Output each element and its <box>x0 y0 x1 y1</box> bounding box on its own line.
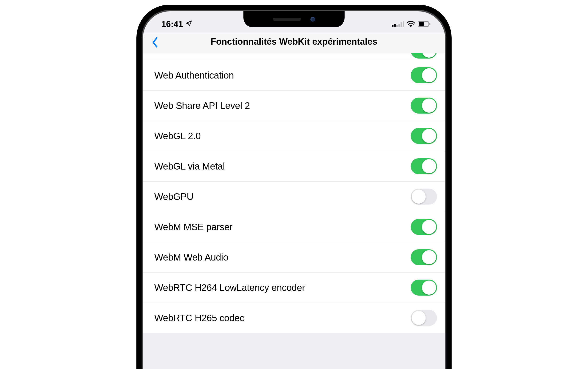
setting-row: WebRTC H264 LowLatency encoder <box>143 272 445 303</box>
device-inner-border: 16:41 <box>142 10 446 369</box>
device-power-button <box>451 123 452 182</box>
svg-rect-2 <box>419 22 424 26</box>
setting-toggle[interactable] <box>411 219 437 235</box>
back-button[interactable] <box>151 37 158 48</box>
toggle-knob <box>422 281 436 295</box>
setting-row: Web Share API Level 2 <box>143 91 445 121</box>
battery-icon <box>418 19 431 29</box>
setting-toggle[interactable] <box>411 98 437 114</box>
svg-point-0 <box>410 26 412 27</box>
status-left: 16:41 <box>161 19 192 29</box>
toggle-knob <box>412 311 426 325</box>
toggle-knob <box>422 99 436 113</box>
dual-sim-icon <box>392 21 404 27</box>
setting-row: WebM Web Audio <box>143 242 445 272</box>
device-volume-up <box>136 120 137 158</box>
setting-label: WebRTC H265 codec <box>154 313 244 323</box>
setting-label: WebM MSE parser <box>154 222 233 232</box>
chevron-left-icon <box>151 37 158 48</box>
front-camera <box>310 17 315 22</box>
nav-bar: Fonctionnalités WebKit expérimentales <box>143 32 445 53</box>
setting-row: WebGPU <box>143 182 445 212</box>
setting-label: WebGPU <box>154 191 193 202</box>
status-time: 16:41 <box>161 19 183 29</box>
status-right <box>392 19 431 29</box>
toggle-knob <box>412 189 426 204</box>
setting-row: WebGL via Metal <box>143 151 445 182</box>
device-frame: 16:41 <box>136 5 452 369</box>
toggle-knob <box>422 220 436 234</box>
toggle-knob <box>422 68 436 82</box>
setting-label: Web Authentication <box>154 70 234 81</box>
toggle-previous[interactable] <box>411 53 437 59</box>
wifi-icon <box>407 19 415 29</box>
setting-toggle[interactable] <box>411 310 437 326</box>
setting-label: WebGL via Metal <box>154 161 225 172</box>
setting-row: WebM MSE parser <box>143 212 445 242</box>
setting-label: WebGL 2.0 <box>154 131 201 141</box>
toggle-knob <box>422 53 436 58</box>
toggle-knob <box>422 159 436 173</box>
partial-previous-row <box>143 53 445 60</box>
toggle-knob <box>422 129 436 143</box>
setting-toggle[interactable] <box>411 128 437 144</box>
setting-row: WebGL 2.0 <box>143 121 445 151</box>
setting-row: WebRTC H265 codec <box>143 303 445 333</box>
setting-row: Web Authentication <box>143 60 445 91</box>
device-mute-switch <box>136 87 137 106</box>
setting-toggle[interactable] <box>411 249 437 265</box>
screen: 16:41 <box>143 11 445 369</box>
settings-content[interactable]: Web AuthenticationWeb Share API Level 2W… <box>143 53 445 366</box>
device-notch <box>243 11 345 27</box>
location-icon <box>185 19 192 29</box>
setting-label: WebM Web Audio <box>154 252 228 263</box>
settings-group: Web AuthenticationWeb Share API Level 2W… <box>143 53 445 333</box>
device-volume-down <box>136 170 137 207</box>
svg-rect-3 <box>430 23 430 25</box>
speaker-grill <box>273 18 301 21</box>
setting-label: WebRTC H264 LowLatency encoder <box>154 282 305 293</box>
page-title: Fonctionnalités WebKit expérimentales <box>211 37 378 47</box>
setting-label: Web Share API Level 2 <box>154 100 250 111</box>
toggle-knob <box>422 250 436 264</box>
setting-toggle[interactable] <box>411 67 437 83</box>
setting-toggle[interactable] <box>411 280 437 296</box>
setting-toggle[interactable] <box>411 158 437 174</box>
setting-toggle[interactable] <box>411 188 437 205</box>
